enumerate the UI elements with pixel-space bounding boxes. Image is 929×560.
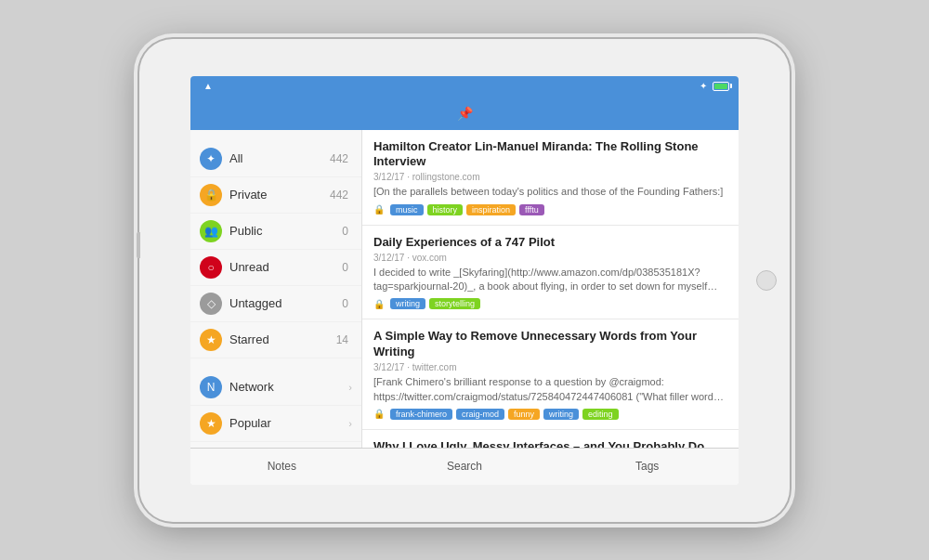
article-preview: I decided to write _[Skyfaring](http://w… xyxy=(373,266,727,294)
personal-section-title xyxy=(190,130,361,141)
status-right: ✦ xyxy=(700,81,729,91)
article-title: Hamilton Creator Lin-Manuel Miranda: The… xyxy=(373,139,727,171)
status-bar: ▲ ✦ xyxy=(190,76,739,97)
side-button xyxy=(137,232,140,258)
network-chevron: › xyxy=(348,382,352,393)
network-label: Network xyxy=(229,380,348,394)
battery-icon xyxy=(713,82,729,91)
starred-count: 14 xyxy=(336,333,348,346)
article-preview: [Frank Chimero's brilliant response to a… xyxy=(373,375,727,404)
private-icon: 🔒 xyxy=(200,184,222,206)
nav-bar: 📌 xyxy=(190,97,739,130)
starred-icon: ★ xyxy=(200,329,222,351)
unread-icon: ○ xyxy=(200,256,222,279)
pin-icon: 📌 xyxy=(457,106,473,121)
bluetooth-icon: ✦ xyxy=(700,81,707,91)
untagged-label: Untagged xyxy=(229,296,342,310)
sidebar-item-popular[interactable]: ★ Popular › xyxy=(190,406,361,442)
tag[interactable]: funny xyxy=(508,409,540,420)
lock-icon: 🔒 xyxy=(373,204,385,215)
tag[interactable]: storytelling xyxy=(429,298,480,309)
private-count: 442 xyxy=(330,189,348,202)
lock-icon: 🔒 xyxy=(373,299,385,309)
ipad-frame: ▲ ✦ 📌 xyxy=(139,39,790,522)
popular-label: Popular xyxy=(229,416,348,430)
tag[interactable]: editing xyxy=(582,409,619,420)
article-title: Daily Experiences of a 747 Pilot xyxy=(373,235,727,251)
tag[interactable]: ffftu xyxy=(519,204,544,215)
public-count: 0 xyxy=(342,225,348,238)
browse-button[interactable]: 📌 xyxy=(200,106,729,121)
tag[interactable]: writing xyxy=(390,298,425,309)
tab-tags[interactable]: Tags xyxy=(556,454,739,478)
public-icon: 👥 xyxy=(200,220,222,242)
sidebar-item-starred[interactable]: ★ Starred 14 xyxy=(190,322,361,358)
sidebar: ✦ All 442 🔒 Private 442 👥 Public 0 ○ Unr… xyxy=(190,130,362,448)
status-left: ▲ xyxy=(200,81,213,91)
all-label: All xyxy=(229,151,330,165)
lock-icon: 🔒 xyxy=(373,409,385,419)
starred-label: Starred xyxy=(229,332,336,346)
community-section-title xyxy=(190,358,361,370)
tab-notes[interactable]: Notes xyxy=(190,454,373,478)
tag[interactable]: craig-mod xyxy=(456,409,504,420)
article-title: A Simple Way to Remove Unnecessary Words… xyxy=(373,329,727,360)
unread-label: Unread xyxy=(229,260,342,274)
article-meta: 3/12/17 · twitter.com xyxy=(373,362,727,372)
sidebar-item-untagged[interactable]: ◇ Untagged 0 xyxy=(190,286,361,322)
personal-items: ✦ All 442 🔒 Private 442 👥 Public 0 ○ Unr… xyxy=(190,141,361,358)
popular-chevron: › xyxy=(348,418,352,429)
article-title: Why I Love Ugly, Messy Interfaces – and … xyxy=(373,439,727,448)
tag[interactable]: music xyxy=(390,204,424,215)
article-item[interactable]: Why I Love Ugly, Messy Interfaces – and … xyxy=(362,430,739,448)
all-count: 442 xyxy=(330,152,348,165)
tag[interactable]: writing xyxy=(543,409,579,420)
article-item[interactable]: A Simple Way to Remove Unnecessary Words… xyxy=(362,319,739,430)
article-list: Hamilton Creator Lin-Manuel Miranda: The… xyxy=(362,130,739,448)
community-items: N Network › ★ Popular › W Wikipedia › ♡ … xyxy=(190,370,361,448)
sidebar-item-unread[interactable]: ○ Unread 0 xyxy=(190,250,361,286)
article-item[interactable]: Daily Experiences of a 747 Pilot 3/12/17… xyxy=(362,226,739,320)
article-meta: 3/12/17 · rollingstone.com xyxy=(373,172,727,182)
all-icon: ✦ xyxy=(200,148,222,170)
tags-row: 🔒frank-chimerocraig-modfunnywritingediti… xyxy=(373,409,727,420)
tag[interactable]: inspiration xyxy=(466,204,516,215)
untagged-icon: ◇ xyxy=(200,293,222,315)
content-area: ✦ All 442 🔒 Private 442 👥 Public 0 ○ Unr… xyxy=(190,130,739,448)
unread-count: 0 xyxy=(342,261,348,274)
network-icon: N xyxy=(200,376,222,398)
ipad-screen: ▲ ✦ 📌 xyxy=(190,76,739,485)
article-item[interactable]: Hamilton Creator Lin-Manuel Miranda: The… xyxy=(362,130,739,226)
article-meta: 3/12/17 · vox.com xyxy=(373,253,727,263)
home-button[interactable] xyxy=(756,270,777,291)
public-label: Public xyxy=(229,224,342,238)
tag[interactable]: frank-chimero xyxy=(390,409,452,420)
sidebar-item-all[interactable]: ✦ All 442 xyxy=(190,141,361,177)
wifi-icon: ▲ xyxy=(203,81,213,91)
untagged-count: 0 xyxy=(342,297,348,310)
battery-fill xyxy=(714,84,727,89)
popular-icon: ★ xyxy=(200,412,222,435)
tags-row: 🔒musichistoryinspirationffftu xyxy=(373,204,727,215)
sidebar-item-private[interactable]: 🔒 Private 442 xyxy=(190,177,361,214)
private-label: Private xyxy=(229,188,330,202)
tab-search[interactable]: Search xyxy=(373,454,556,478)
tag[interactable]: history xyxy=(427,204,464,215)
article-preview: [On the parallels between today's politi… xyxy=(373,185,727,199)
tab-bar: NotesSearchTags xyxy=(190,448,739,485)
tags-row: 🔒writingstorytelling xyxy=(373,298,727,309)
sidebar-item-network[interactable]: N Network › xyxy=(190,370,361,406)
sidebar-item-public[interactable]: 👥 Public 0 xyxy=(190,214,361,250)
